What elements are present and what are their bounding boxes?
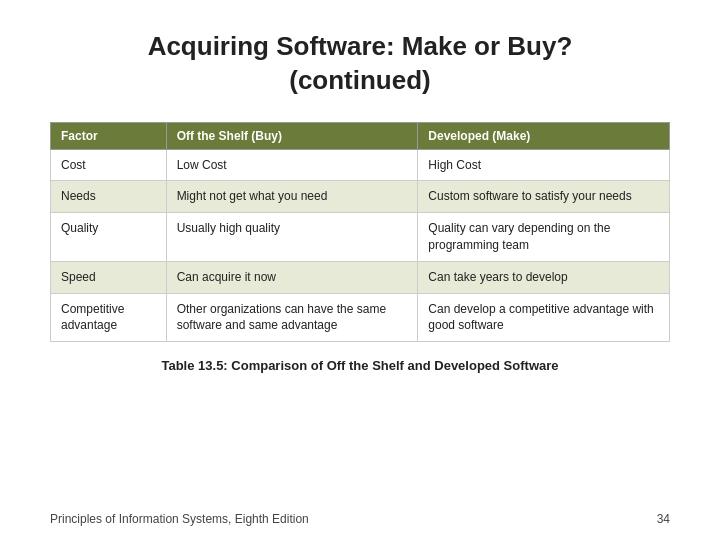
cell-factor: Competitive advantage bbox=[51, 293, 167, 342]
table-row: SpeedCan acquire it nowCan take years to… bbox=[51, 261, 670, 293]
cell-buy: Usually high quality bbox=[166, 213, 418, 262]
header-buy: Off the Shelf (Buy) bbox=[166, 122, 418, 149]
table-header-row: Factor Off the Shelf (Buy) Developed (Ma… bbox=[51, 122, 670, 149]
table-row: CostLow CostHigh Cost bbox=[51, 149, 670, 181]
cell-factor: Cost bbox=[51, 149, 167, 181]
cell-buy: Might not get what you need bbox=[166, 181, 418, 213]
header-make: Developed (Make) bbox=[418, 122, 670, 149]
cell-buy: Low Cost bbox=[166, 149, 418, 181]
cell-factor: Quality bbox=[51, 213, 167, 262]
cell-make: Can develop a competitive advantage with… bbox=[418, 293, 670, 342]
slide: Acquiring Software: Make or Buy? (contin… bbox=[0, 0, 720, 540]
cell-make: Custom software to satisfy your needs bbox=[418, 181, 670, 213]
table-row: Competitive advantageOther organizations… bbox=[51, 293, 670, 342]
cell-make: High Cost bbox=[418, 149, 670, 181]
cell-make: Quality can vary depending on the progra… bbox=[418, 213, 670, 262]
footer-left: Principles of Information Systems, Eight… bbox=[50, 512, 309, 526]
cell-factor: Needs bbox=[51, 181, 167, 213]
cell-buy: Other organizations can have the same so… bbox=[166, 293, 418, 342]
slide-title: Acquiring Software: Make or Buy? (contin… bbox=[148, 30, 573, 98]
table-row: NeedsMight not get what you needCustom s… bbox=[51, 181, 670, 213]
comparison-table: Factor Off the Shelf (Buy) Developed (Ma… bbox=[50, 122, 670, 343]
footer-right: 34 bbox=[657, 512, 670, 526]
table-row: QualityUsually high qualityQuality can v… bbox=[51, 213, 670, 262]
cell-buy: Can acquire it now bbox=[166, 261, 418, 293]
cell-make: Can take years to develop bbox=[418, 261, 670, 293]
header-factor: Factor bbox=[51, 122, 167, 149]
table-caption: Table 13.5: Comparison of Off the Shelf … bbox=[161, 358, 558, 373]
slide-footer: Principles of Information Systems, Eight… bbox=[50, 512, 670, 526]
cell-factor: Speed bbox=[51, 261, 167, 293]
